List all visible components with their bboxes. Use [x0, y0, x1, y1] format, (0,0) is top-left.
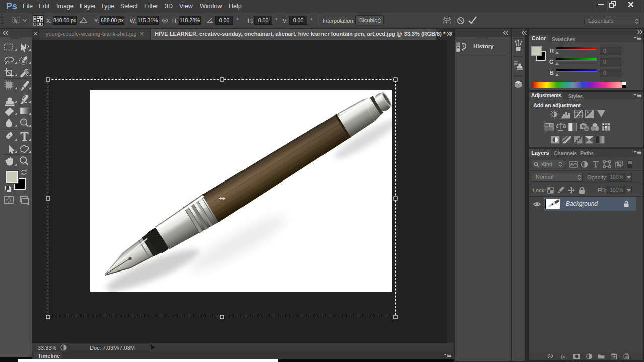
svg-text:fx: fx: [561, 353, 565, 359]
